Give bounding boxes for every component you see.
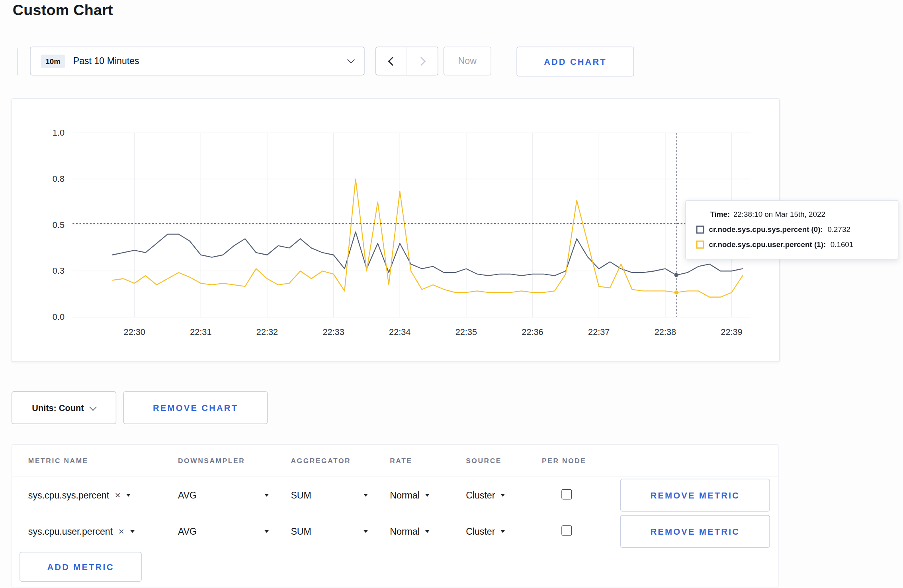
prev-time-button[interactable]: [376, 47, 407, 75]
caret-down-icon: [130, 530, 135, 533]
toolbar-divider: [17, 48, 18, 75]
time-range-dropdown[interactable]: 10m Past 10 Minutes: [30, 47, 364, 75]
time-range-label: Past 10 Minutes: [73, 56, 139, 66]
svg-text:22:33: 22:33: [322, 327, 344, 337]
chevron-right-icon: [417, 56, 426, 66]
units-label: Units: Count: [32, 403, 84, 413]
aggregator-select[interactable]: SUM: [291, 526, 368, 537]
rate-value: Normal: [390, 526, 420, 537]
svg-text:0.5: 0.5: [53, 220, 64, 230]
metric-name-select[interactable]: sys.cpu.user.percent ×: [28, 526, 178, 537]
metrics-table-header: METRIC NAME DOWNSAMPLER AGGREGATOR RATE …: [12, 445, 778, 477]
caret-down-icon: [264, 530, 269, 533]
remove-metric-button[interactable]: REMOVE METRIC: [620, 479, 770, 511]
col-header-rate: RATE: [390, 457, 466, 465]
svg-text:1.0: 1.0: [53, 128, 64, 138]
col-header-metric-name: METRIC NAME: [28, 457, 178, 465]
series-user-swatch-icon: [696, 240, 704, 248]
metric-name-value: sys.cpu.user.percent: [28, 526, 113, 537]
col-header-per-node: PER NODE: [542, 457, 619, 465]
rate-select[interactable]: Normal: [390, 526, 466, 537]
metric-name-select[interactable]: sys.cpu.sys.percent ×: [28, 490, 178, 500]
table-row: sys.cpu.user.percent × AVG SUM Normal Cl…: [12, 513, 778, 549]
svg-text:0.8: 0.8: [53, 174, 64, 184]
svg-text:22:37: 22:37: [588, 327, 610, 337]
col-header-downsampler: DOWNSAMPLER: [178, 457, 291, 465]
caret-down-icon: [364, 530, 368, 533]
per-node-checkbox[interactable]: [561, 525, 572, 535]
remove-chart-button[interactable]: REMOVE CHART: [123, 391, 268, 424]
caret-down-icon: [425, 494, 430, 496]
caret-down-icon: [425, 530, 430, 533]
tooltip-series-value: 0.2732: [827, 225, 850, 234]
svg-text:22:34: 22:34: [389, 327, 410, 337]
chart-card: 0.00.30.50.81.022:3022:3122:3222:3322:34…: [12, 98, 780, 362]
next-time-button[interactable]: [407, 47, 438, 75]
svg-text:22:38: 22:38: [655, 327, 676, 337]
aggregator-select[interactable]: SUM: [291, 490, 368, 500]
rate-select[interactable]: Normal: [390, 490, 466, 500]
col-header-source: SOURCE: [466, 457, 542, 465]
svg-text:22:31: 22:31: [190, 327, 211, 337]
tooltip-series-value: 0.1601: [831, 240, 854, 249]
source-select[interactable]: Cluster: [466, 526, 542, 537]
svg-text:22:39: 22:39: [721, 327, 742, 337]
series-sys-swatch-icon: [696, 225, 704, 233]
chevron-down-icon: [90, 403, 97, 410]
downsampler-value: AVG: [178, 490, 197, 500]
chevron-left-icon: [388, 56, 397, 66]
add-chart-button[interactable]: ADD CHART: [516, 47, 634, 76]
time-pager: [375, 47, 438, 75]
remove-metric-button[interactable]: REMOVE METRIC: [620, 515, 770, 548]
per-node-checkbox[interactable]: [561, 489, 572, 499]
page-root: Custom Chart 10m Past 10 Minutes Now ADD…: [0, 0, 903, 588]
downsampler-value: AVG: [178, 526, 197, 537]
chevron-down-icon: [347, 56, 354, 63]
units-dropdown[interactable]: Units: Count: [12, 391, 116, 424]
caret-down-icon: [364, 494, 368, 496]
tooltip-series-name: cr.node.sys.cpu.sys.percent (0):: [709, 225, 823, 234]
line-chart[interactable]: 0.00.30.50.81.022:3022:3122:3222:3322:34…: [12, 106, 779, 345]
source-select[interactable]: Cluster: [466, 490, 542, 500]
add-metric-button[interactable]: ADD METRIC: [20, 552, 142, 582]
tooltip-time: Time:22:38:10 on Mar 15th, 2022: [710, 210, 887, 219]
tooltip-time-value: 22:38:10 on Mar 15th, 2022: [733, 210, 825, 219]
tooltip-series-row: cr.node.sys.cpu.user.percent (1): 0.1601: [696, 240, 887, 249]
aggregator-value: SUM: [291, 526, 311, 537]
svg-text:22:35: 22:35: [455, 327, 477, 337]
time-range-badge: 10m: [41, 55, 65, 68]
chart-tooltip: Time:22:38:10 on Mar 15th, 2022 cr.node.…: [685, 200, 898, 259]
clear-metric-icon[interactable]: ×: [115, 490, 121, 500]
caret-down-icon: [126, 494, 131, 496]
downsampler-select[interactable]: AVG: [178, 490, 269, 500]
table-row: sys.cpu.sys.percent × AVG SUM Normal Clu…: [12, 477, 778, 513]
tooltip-time-label: Time:: [710, 210, 730, 219]
caret-down-icon: [500, 494, 505, 496]
chart-svg: 0.00.30.50.81.022:3022:3122:3222:3322:34…: [12, 106, 779, 343]
tooltip-series-row: cr.node.sys.cpu.sys.percent (0): 0.2732: [696, 225, 887, 234]
source-value: Cluster: [466, 526, 495, 537]
metrics-table: METRIC NAME DOWNSAMPLER AGGREGATOR RATE …: [12, 444, 779, 588]
toolbar: 10m Past 10 Minutes Now ADD CHART: [12, 47, 893, 76]
aggregator-value: SUM: [291, 490, 311, 500]
svg-text:22:36: 22:36: [522, 327, 543, 337]
caret-down-icon: [264, 494, 269, 496]
svg-text:22:32: 22:32: [256, 327, 278, 337]
col-header-aggregator: AGGREGATOR: [291, 457, 390, 465]
downsampler-select[interactable]: AVG: [178, 526, 269, 537]
caret-down-icon: [500, 530, 505, 533]
rate-value: Normal: [390, 490, 420, 500]
svg-text:0.3: 0.3: [53, 266, 64, 276]
page-title: Custom Chart: [13, 1, 113, 19]
metric-name-value: sys.cpu.sys.percent: [28, 490, 109, 500]
clear-metric-icon[interactable]: ×: [119, 526, 124, 536]
tooltip-series-name: cr.node.sys.cpu.user.percent (1):: [709, 240, 826, 249]
now-button[interactable]: Now: [444, 47, 491, 75]
svg-text:0.0: 0.0: [53, 312, 64, 322]
source-value: Cluster: [466, 490, 495, 500]
svg-text:22:30: 22:30: [124, 327, 145, 337]
